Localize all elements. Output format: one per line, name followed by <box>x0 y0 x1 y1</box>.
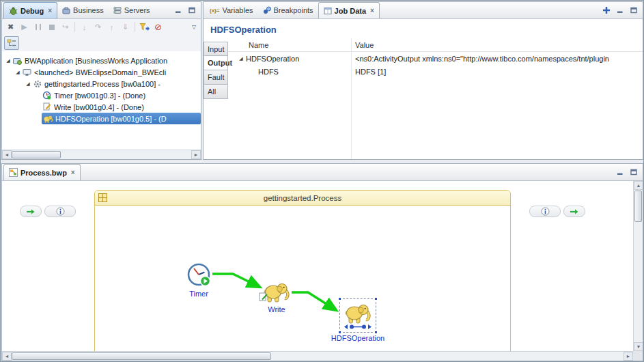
tab-debug[interactable]: Debug × <box>3 2 57 18</box>
variables-icon: (x)= <box>210 8 219 14</box>
step-return-icon[interactable]: ↑ <box>105 20 118 33</box>
scrollbar-thumb[interactable] <box>12 352 271 360</box>
minimize-view-button[interactable] <box>173 5 184 16</box>
tab-label: Business <box>73 6 104 14</box>
disconnect-icon[interactable]: ↪ <box>59 20 72 33</box>
close-icon[interactable]: × <box>71 169 75 176</box>
scroll-down-icon[interactable]: ▼ <box>634 342 643 351</box>
write-activity-icon <box>42 102 52 112</box>
selection-handle[interactable] <box>374 297 378 301</box>
connection-handle-icon[interactable] <box>344 323 372 331</box>
table-row[interactable]: ◢ HDFSOperation <ns0:ActivityOutput xmln… <box>228 52 643 65</box>
tab-process-bwp[interactable]: Process.bwp × <box>3 164 81 180</box>
activity-label: HDFSOperation <box>324 334 392 342</box>
tree-item-write[interactable]: Write [bw001g0.4] - (Done) <box>2 101 201 113</box>
tree-item-timer[interactable]: Timer [bw001g0.3] - (Done) <box>2 89 201 101</box>
info-left-button[interactable] <box>44 206 76 217</box>
tree-item-launched[interactable]: ◢ <launched> BWEclipseDomain_BWEcli <box>2 66 201 78</box>
collapse-right-button[interactable] <box>563 206 585 217</box>
tree-item-label: <launched> BWEclipseDomain_BWEcli <box>34 68 166 76</box>
scrollbar-track[interactable] <box>634 223 643 342</box>
activity-write[interactable] <box>263 281 290 304</box>
info-right-button[interactable] <box>529 206 561 217</box>
tree-item-hdfsoperation[interactable]: HDFSOperation [bw001g0.5] - (D <box>2 113 201 124</box>
tab-job-data[interactable]: Job Data × <box>318 2 380 18</box>
close-icon[interactable]: × <box>370 8 374 14</box>
debug-view-layout-button[interactable] <box>4 36 19 50</box>
expand-toggle-icon[interactable]: ◢ <box>24 81 32 87</box>
tab-all[interactable]: All <box>204 85 228 99</box>
drop-to-frame-icon[interactable]: ⇓ <box>119 20 132 33</box>
process-editor-panel: Process.bwp × gettingstarted.Process <box>1 163 643 361</box>
suspend-icon[interactable] <box>31 20 44 33</box>
tree-item-bwapplication[interactable]: ◢ BWApplication [BusinessWorks Applicati… <box>2 55 201 66</box>
step-over-icon[interactable]: ↷ <box>92 20 104 33</box>
scroll-right-icon[interactable]: ► <box>624 352 633 361</box>
row-name: HDFSOperation <box>246 55 299 63</box>
column-header-name[interactable]: Name <box>228 41 351 49</box>
collapse-left-button[interactable] <box>20 206 42 217</box>
info-icon <box>56 207 65 216</box>
canvas-horizontal-scrollbar: ◄ ► <box>2 351 633 361</box>
minimize-view-button[interactable] <box>615 167 626 178</box>
maximize-view-button[interactable] <box>628 5 639 16</box>
table-row[interactable]: HDFS HDFS [1] <box>228 65 643 78</box>
maximize-view-button[interactable] <box>186 5 197 16</box>
scroll-right-icon[interactable]: ► <box>191 150 201 159</box>
scrollbar-track[interactable] <box>61 150 191 159</box>
business-icon <box>62 6 70 14</box>
table-header: Name Value <box>228 38 643 52</box>
bw-application-icon <box>12 56 23 66</box>
scrollbar-track[interactable] <box>271 352 624 361</box>
expand-toggle-icon[interactable]: ◢ <box>4 58 12 64</box>
expand-toggle-icon[interactable]: ◢ <box>236 56 246 61</box>
terminate-icon[interactable] <box>45 20 58 33</box>
tab-breakpoints[interactable]: Breakpoints <box>258 2 318 18</box>
tab-label: Variables <box>222 6 253 14</box>
scrollbar-thumb[interactable] <box>12 151 61 158</box>
tree-item-label: HDFSOperation [bw001g0.5] - (D <box>55 115 167 123</box>
step-into-icon[interactable]: ↓ <box>78 20 91 33</box>
process-gear-icon <box>32 79 42 89</box>
activity-timer[interactable] <box>186 262 211 288</box>
scrollbar-thumb[interactable] <box>634 191 642 222</box>
green-arrow-icon <box>26 208 36 215</box>
scroll-left-icon[interactable]: ◄ <box>2 352 12 361</box>
scroll-left-icon[interactable]: ◄ <box>2 150 12 159</box>
maximize-view-button[interactable] <box>628 167 639 178</box>
canvas-vertical-scrollbar: ▲ ▼ <box>633 181 643 351</box>
process-scope-container[interactable]: gettingstarted.Process <box>94 190 511 361</box>
activity-hdfsoperation[interactable] <box>344 302 372 325</box>
tab-variables[interactable]: (x)= Variables <box>205 2 258 18</box>
terminate-all-icon[interactable]: ⊘ <box>152 20 165 33</box>
scroll-up-icon[interactable]: ▲ <box>634 181 643 190</box>
process-canvas[interactable]: gettingstarted.Process <box>2 181 643 361</box>
timer-activity-icon <box>42 91 52 100</box>
breakpoints-icon <box>263 6 271 14</box>
process-scope-header[interactable]: gettingstarted.Process <box>95 191 510 206</box>
servers-icon <box>113 6 122 14</box>
selection-handle[interactable] <box>338 297 341 301</box>
close-icon[interactable]: × <box>48 8 52 14</box>
tab-label: Job Data <box>335 7 366 15</box>
tab-output[interactable]: Output <box>204 56 228 70</box>
view-menu-icon[interactable]: ▽ <box>189 24 199 30</box>
tab-business[interactable]: Business <box>57 2 109 18</box>
debug-toolbar: ✖ ▶ ↪ ↓ ↷ ↑ ⇓ ⊘ ▽ <box>2 19 201 35</box>
add-view-button[interactable] <box>601 5 612 16</box>
column-header-value[interactable]: Value <box>351 41 643 49</box>
process-title: gettingstarted.Process <box>264 194 341 202</box>
debug-secondary-toolbar <box>2 35 201 51</box>
tab-servers[interactable]: Servers <box>109 2 155 18</box>
remove-all-terminated-icon[interactable]: ✖ <box>4 20 17 33</box>
hdfs-elephant-icon <box>344 302 372 324</box>
minimize-view-button[interactable] <box>615 5 626 16</box>
step-filters-icon[interactable] <box>138 20 151 33</box>
tree-item-label: gettingstarted.Process [bw0a100] - <box>44 80 160 88</box>
resume-icon[interactable]: ▶ <box>18 20 31 33</box>
tab-fault[interactable]: Fault <box>204 70 228 85</box>
tree-item-process[interactable]: ◢ gettingstarted.Process [bw0a100] - <box>2 78 201 89</box>
debug-launch-tree: ◢ BWApplication [BusinessWorks Applicati… <box>2 51 201 150</box>
expand-toggle-icon[interactable]: ◢ <box>14 70 22 75</box>
tab-input[interactable]: Input <box>204 42 228 56</box>
